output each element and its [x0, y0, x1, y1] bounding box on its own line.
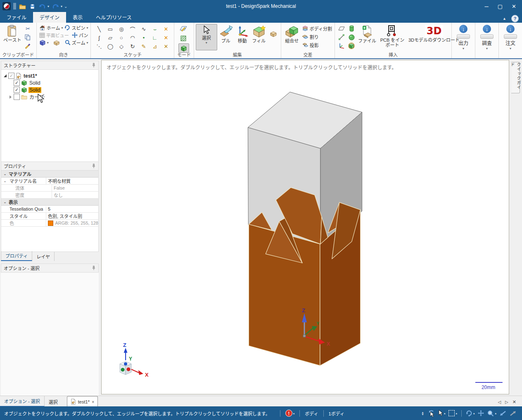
split-button[interactable]: 割り — [301, 33, 333, 40]
trim-icon[interactable]: ✕ — [160, 25, 171, 33]
curve-icon[interactable]: ʃ — [93, 33, 104, 42]
color-value-cell[interactable]: ARGB: 255, 255, 128 — [46, 221, 98, 226]
tab-properties[interactable]: プロパティ — [1, 251, 32, 261]
tab-layers[interactable]: レイヤ — [32, 252, 55, 261]
fill-button[interactable]: フィル — [250, 24, 268, 44]
three-point-arc-icon[interactable]: ◠ — [127, 33, 138, 42]
property-row[interactable]: Tessellation Qua 5 — [1, 206, 98, 213]
property-row[interactable]: 色 ARGB: 255, 255, 128 — [1, 220, 98, 227]
delete-sketch-icon[interactable]: ✕ — [160, 42, 171, 51]
document-tab[interactable]: test1* × — [67, 396, 98, 407]
sketch-plane-icon[interactable]: ✎ — [138, 42, 149, 51]
chamfer-icon[interactable]: ∟ — [149, 33, 160, 42]
chevron-down-icon[interactable]: ⌄ — [1, 179, 9, 183]
trim-corner-icon[interactable]: ✕ — [160, 33, 171, 42]
tab-design[interactable]: デザイン — [33, 12, 66, 23]
root-checkbox[interactable]: ✓ — [8, 73, 14, 79]
import-pcb-button[interactable]: PCB をインポート — [378, 24, 407, 48]
solid2-checkbox[interactable]: ✓ — [14, 87, 20, 93]
open-file-icon[interactable] — [19, 2, 26, 10]
arc-icon[interactable]: ⌣ — [149, 25, 160, 33]
paste-button[interactable]: ペースト — [2, 24, 23, 43]
close-document-icon[interactable]: × — [92, 399, 94, 404]
style-value[interactable]: 色別, スタイル別 — [46, 213, 98, 219]
close-button[interactable]: ✕ — [512, 3, 516, 9]
move-button[interactable]: 移動 — [235, 24, 250, 44]
select-tool-icon[interactable]: ▴ — [438, 409, 446, 418]
box-select-icon[interactable]: ▴ — [448, 409, 457, 418]
select-spin-mode-icon[interactable] — [427, 409, 435, 418]
tree-row-solid2[interactable]: ✓ Solid — [3, 86, 97, 93]
collapse-ribbon-icon[interactable]: ▲ — [503, 17, 506, 21]
pan-view-icon[interactable] — [478, 409, 484, 418]
view-face-button[interactable] — [52, 39, 61, 46]
quick-guide-tab[interactable]: クイックガイド — [511, 62, 520, 93]
project-button[interactable]: 投影 — [301, 41, 333, 49]
corner-rectangle-icon[interactable]: ▱ — [104, 33, 116, 42]
line-icon[interactable]: ╲ — [93, 25, 104, 33]
property-row[interactable]: スタイル 色別, スタイル別 — [1, 213, 98, 220]
tab-select[interactable]: 選択 — [45, 397, 62, 407]
tab-options-select[interactable]: オプション - 選択 — [0, 396, 45, 407]
insert-line-icon[interactable] — [337, 33, 346, 41]
selection-filter-label[interactable]: ボディ — [305, 410, 318, 417]
insert-sphere-icon[interactable] — [347, 33, 356, 41]
copy-icon[interactable] — [24, 33, 32, 41]
order-button[interactable]: ↓ 注文 ▾ — [501, 24, 520, 51]
rectangle-icon[interactable]: ▭ — [104, 25, 116, 33]
x-face-dot[interactable] — [127, 368, 130, 371]
investigate-button[interactable]: ↓ 調査 ▾ — [477, 24, 497, 51]
help-icon[interactable]: ? — [511, 15, 519, 22]
curves-checkbox[interactable] — [14, 94, 20, 100]
scroll-tabs-right-icon[interactable]: ▷ — [505, 400, 508, 404]
insert-plane-icon[interactable] — [337, 25, 346, 32]
chevron-down-icon[interactable]: ⌄ — [1, 200, 9, 204]
spline-icon[interactable]: ∿ — [138, 25, 149, 33]
insert-axis-icon[interactable] — [337, 42, 346, 50]
property-row[interactable]: 流体 False — [1, 185, 98, 192]
display-section-row[interactable]: ⌄ 表示 — [1, 199, 98, 206]
insert-origin-icon[interactable] — [347, 42, 356, 50]
model-canvas[interactable]: Z Y X Z Y X 20mm — [102, 60, 509, 394]
z-face-dot[interactable] — [124, 362, 127, 365]
format-painter-icon[interactable] — [24, 42, 32, 50]
home-view-button[interactable]: ホーム▾ — [38, 24, 64, 31]
expander-closed-icon[interactable] — [8, 95, 12, 99]
solid1-checkbox[interactable]: ✓ — [14, 80, 20, 86]
tab-view[interactable]: 表示 — [66, 12, 89, 23]
polygon-icon[interactable]: ◇ — [116, 42, 127, 51]
viewport[interactable]: オブジェクトをクリックします。ダブルクリックして、エッジループを選択します。トリ… — [101, 60, 509, 394]
view-orientation-cube-button[interactable]: ▾ — [38, 39, 50, 46]
save-icon[interactable] — [28, 2, 36, 10]
spinner-control[interactable]: ▲▼ — [421, 411, 424, 415]
close-tab-icon[interactable]: ✕ — [513, 399, 516, 405]
select-button[interactable]: 選択 ▾ — [196, 24, 217, 50]
chevron-down-icon[interactable]: ⌄ — [1, 172, 9, 176]
zoom-button[interactable]: ズーム▾ — [64, 39, 89, 46]
pin-icon[interactable] — [92, 266, 96, 271]
color-swatch[interactable] — [48, 221, 53, 226]
cut-icon[interactable]: ✂ — [24, 25, 32, 32]
zoom-view-icon[interactable]: ▴ — [487, 409, 496, 418]
redo-dropdown-icon[interactable]: ▾ — [61, 5, 62, 8]
maximize-button[interactable]: ▢ — [498, 3, 503, 9]
minimize-button[interactable]: ─ — [485, 3, 489, 9]
section-mode-icon[interactable] — [178, 34, 188, 43]
three-point-circle-icon[interactable]: ○ — [116, 33, 127, 42]
material-name-value[interactable]: 不明な材質 — [46, 178, 98, 184]
property-row[interactable]: ⌄ マテリアル名 不明な材質 — [1, 178, 98, 185]
tree-solid2-label-selected[interactable]: Solid — [28, 87, 41, 93]
tree-root-label[interactable]: test1* — [23, 73, 38, 79]
next-view-icon[interactable] — [510, 409, 516, 418]
ellipse-icon[interactable]: ◯ — [104, 42, 116, 51]
tab-file[interactable]: ファイル — [0, 12, 33, 23]
undo-icon[interactable] — [38, 2, 46, 10]
view-triad[interactable]: Z Y X — [120, 342, 149, 378]
blend-button[interactable] — [268, 24, 279, 39]
error-indicator[interactable]: !▴ — [285, 409, 295, 418]
y-face-dot[interactable] — [121, 368, 125, 372]
previous-view-icon[interactable] — [500, 409, 506, 418]
pan-button[interactable]: パン — [71, 31, 89, 39]
protractor-icon[interactable]: ⊿ — [149, 42, 160, 51]
construction-line-icon[interactable]: ⋱ — [93, 42, 104, 51]
